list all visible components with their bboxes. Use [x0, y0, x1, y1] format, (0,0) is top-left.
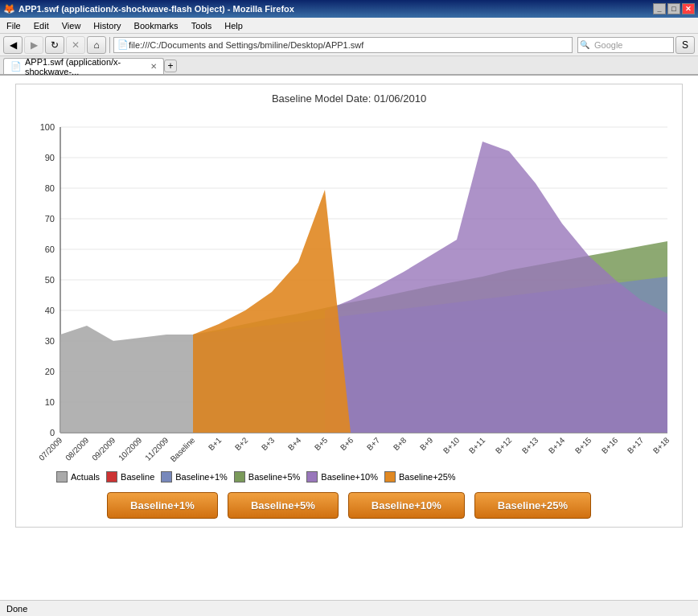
back-button[interactable]: ◀ — [3, 36, 23, 54]
svg-text:Baseline: Baseline — [169, 435, 197, 463]
reload-button[interactable]: ↻ — [45, 36, 64, 54]
tab-icon: 📄 — [10, 61, 22, 72]
chart-legend: Actuals Baseline Baseline+1% Baseline+5%… — [24, 471, 674, 483]
statusbar-text: Done — [6, 604, 27, 614]
forward-button[interactable]: ▶ — [24, 36, 43, 54]
menu-file[interactable]: File — [0, 18, 27, 33]
svg-text:B+1: B+1 — [207, 435, 224, 452]
btn-baseline25[interactable]: Baseline+25% — [474, 492, 591, 519]
svg-text:B+3: B+3 — [260, 435, 277, 452]
legend-baseline10: Baseline+10% — [306, 471, 378, 483]
svg-text:07/2009: 07/2009 — [37, 435, 64, 462]
svg-text:30: 30 — [45, 336, 55, 346]
svg-text:B+4: B+4 — [286, 435, 303, 452]
svg-text:B+12: B+12 — [494, 435, 514, 455]
svg-text:B+14: B+14 — [547, 435, 567, 455]
menu-view[interactable]: View — [55, 18, 88, 33]
btn-baseline10[interactable]: Baseline+10% — [348, 492, 465, 519]
legend-baseline25: Baseline+25% — [384, 471, 456, 483]
legend-baseline1-box — [161, 471, 172, 483]
legend-baseline25-label: Baseline+25% — [399, 472, 456, 482]
active-tab[interactable]: 📄 APP1.swf (application/x-shockwave-... … — [3, 58, 164, 74]
search-placeholder: Google — [591, 40, 673, 50]
legend-baseline-box — [106, 471, 117, 483]
window-title-bar: 🦊 APP1.swf (application/x-shockwave-flas… — [0, 0, 698, 18]
statusbar: Done — [0, 600, 698, 616]
search-icon: 🔍 — [578, 40, 591, 49]
legend-baseline-label: Baseline — [121, 472, 154, 482]
series-baseline25-area — [193, 190, 351, 433]
svg-text:11/2009: 11/2009 — [143, 435, 170, 462]
svg-text:40: 40 — [45, 306, 55, 315]
tabbar: 📄 APP1.swf (application/x-shockwave-... … — [0, 56, 698, 76]
svg-text:B+17: B+17 — [626, 435, 646, 455]
tab-close-icon[interactable]: ✕ — [150, 62, 157, 71]
legend-actuals-box — [56, 471, 68, 483]
svg-text:B+10: B+10 — [441, 435, 462, 455]
address-bar[interactable]: 📄 file:///C:/Documents and Settings/bmil… — [113, 37, 573, 53]
window-controls: _ □ ✕ — [653, 3, 695, 14]
page-icon: 📄 — [117, 39, 129, 50]
svg-text:B+9: B+9 — [418, 435, 435, 452]
legend-baseline10-label: Baseline+10% — [321, 472, 378, 482]
legend-baseline10-box — [306, 471, 318, 483]
tab-label: APP1.swf (application/x-shockwave-... — [25, 57, 147, 76]
content-area: Baseline Model Date: 01/06/2010 — [0, 76, 698, 616]
legend-baseline25-box — [384, 471, 396, 483]
chart-title: Baseline Model Date: 01/06/2010 — [24, 92, 674, 105]
skype-button[interactable]: S — [675, 36, 695, 54]
svg-text:B+2: B+2 — [233, 435, 250, 452]
buttons-row: Baseline+1% Baseline+5% Baseline+10% Bas… — [24, 492, 674, 519]
chart-container: Baseline Model Date: 01/06/2010 — [15, 84, 683, 528]
stop-button[interactable]: ✕ — [66, 36, 85, 54]
menu-help[interactable]: Help — [218, 18, 249, 33]
svg-text:09/2009: 09/2009 — [90, 435, 117, 462]
btn-baseline1[interactable]: Baseline+1% — [107, 492, 218, 519]
legend-baseline5: Baseline+5% — [234, 471, 301, 483]
svg-text:10: 10 — [45, 397, 55, 407]
svg-text:B+6: B+6 — [339, 435, 355, 452]
svg-text:B+15: B+15 — [573, 435, 593, 455]
legend-baseline5-label: Baseline+5% — [248, 472, 301, 482]
window-title-text: APP1.swf (application/x-shockwave-flash … — [18, 4, 653, 14]
new-tab-button[interactable]: + — [164, 60, 177, 72]
legend-actuals-label: Actuals — [71, 472, 100, 482]
svg-text:70: 70 — [45, 214, 55, 224]
series-baseline10-area — [325, 142, 667, 433]
menu-edit[interactable]: Edit — [27, 18, 55, 33]
svg-text:0: 0 — [50, 428, 55, 437]
address-text: file:///C:/Documents and Settings/bmilin… — [129, 40, 569, 50]
minimize-button[interactable]: _ — [653, 3, 666, 14]
svg-text:80: 80 — [45, 183, 55, 193]
firefox-icon: 🦊 — [3, 3, 15, 14]
svg-text:B+8: B+8 — [392, 435, 409, 452]
chart-svg: 100 90 80 70 60 50 40 30 20 10 0 — [24, 111, 675, 465]
svg-text:B+7: B+7 — [365, 435, 382, 452]
svg-text:B+13: B+13 — [520, 435, 540, 455]
legend-actuals: Actuals — [56, 471, 100, 483]
svg-text:B+18: B+18 — [651, 435, 671, 455]
svg-text:20: 20 — [45, 367, 55, 376]
legend-baseline5-box — [234, 471, 245, 483]
svg-text:B+5: B+5 — [313, 435, 330, 452]
legend-baseline1-label: Baseline+1% — [175, 472, 228, 482]
chart-area: 100 90 80 70 60 50 40 30 20 10 0 — [24, 111, 674, 465]
svg-text:90: 90 — [45, 153, 55, 162]
close-button[interactable]: ✕ — [682, 3, 695, 14]
toolbar-separator — [109, 37, 110, 53]
menu-history[interactable]: History — [87, 18, 127, 33]
series-actuals-area — [60, 326, 193, 433]
home-button[interactable]: ⌂ — [87, 36, 106, 54]
svg-text:08/2009: 08/2009 — [64, 435, 91, 462]
search-bar[interactable]: 🔍 Google — [577, 37, 674, 53]
menu-tools[interactable]: Tools — [185, 18, 219, 33]
menu-bookmarks[interactable]: Bookmarks — [128, 18, 185, 33]
maximize-button[interactable]: □ — [667, 3, 680, 14]
legend-baseline1: Baseline+1% — [161, 471, 228, 483]
btn-baseline5[interactable]: Baseline+5% — [228, 492, 339, 519]
svg-text:100: 100 — [40, 122, 55, 132]
svg-text:B+16: B+16 — [600, 435, 620, 455]
svg-text:B+11: B+11 — [467, 435, 487, 455]
svg-text:50: 50 — [45, 275, 55, 285]
svg-text:10/2009: 10/2009 — [117, 435, 144, 462]
